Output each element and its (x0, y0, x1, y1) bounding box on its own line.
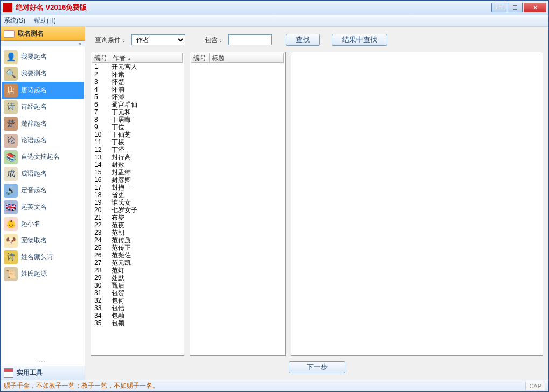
nav-icon: 🔊 (4, 184, 18, 198)
table-row[interactable]: 14封敖 (92, 161, 183, 169)
table-row[interactable]: 1开元宫人 (92, 63, 183, 71)
table-row[interactable]: 29处默 (92, 274, 183, 282)
titlebar: 绝对好名 V2016免费版 ─ ☐ ✕ (1, 1, 548, 15)
minimize-button[interactable]: ─ (491, 3, 506, 12)
sidebar-footer[interactable]: 实用工具 (1, 366, 85, 380)
nav-icon: 🇬🇧 (4, 200, 18, 214)
nav-icon: 唐 (4, 83, 18, 97)
col-id2[interactable]: 编号 (191, 53, 210, 62)
window-title: 绝对好名 V2016免费版 (16, 3, 490, 12)
table-row[interactable]: 27范元凯 (92, 259, 183, 267)
nav-icon: 论 (4, 134, 18, 148)
statusbar: 赐子千金，不如教子一艺；教子一艺，不如赐子一名。 CAP (1, 380, 548, 391)
nav-item-9[interactable]: 🇬🇧起英文名 (2, 199, 84, 215)
find-button[interactable]: 查找 (286, 34, 320, 46)
col-title[interactable]: 标题 (210, 53, 284, 62)
nav-item-5[interactable]: 论论语起名 (2, 132, 84, 149)
table-row[interactable]: 26范尧佐 (92, 251, 183, 259)
table-row[interactable]: 32包何 (92, 297, 183, 304)
table-row[interactable]: 7丁元和 (92, 108, 183, 116)
nav-icon: 👤 (4, 50, 18, 64)
table-row[interactable]: 19谁氏女 (92, 199, 183, 206)
table-row[interactable]: 9丁位 (92, 123, 183, 131)
authors-header[interactable]: 编号 作者 (92, 53, 183, 63)
nav-item-0[interactable]: 👤我要起名 (2, 48, 84, 65)
nav-item-3[interactable]: 诗诗经起名 (2, 99, 84, 115)
content-panel (291, 52, 543, 356)
nav-icon: 👶 (4, 217, 18, 231)
table-row[interactable]: 6蜀宫群仙 (92, 101, 183, 108)
table-row[interactable]: 18省吏 (92, 191, 183, 199)
table-row[interactable]: 25范传正 (92, 244, 183, 251)
maximize-button[interactable]: ☐ (508, 3, 523, 12)
table-row[interactable]: 3怀楚 (92, 78, 183, 86)
nav-item-1[interactable]: 🔍我要测名 (2, 65, 84, 82)
content-area[interactable] (293, 53, 541, 354)
sidebar: 取名测名 « 👤我要起名🔍我要测名唐唐诗起名诗诗经起名楚楚辞起名论论语起名📚自选… (1, 27, 85, 380)
table-row[interactable]: 31包贺 (92, 289, 183, 297)
table-row[interactable]: 10丁仙芝 (92, 131, 183, 138)
mail-icon (4, 30, 15, 38)
app-icon (3, 3, 12, 12)
nav-item-11[interactable]: 🐶宠物取名 (2, 232, 84, 249)
sidebar-collapse[interactable]: « (1, 41, 85, 46)
col-id[interactable]: 编号 (92, 53, 110, 62)
nav-item-7[interactable]: 成成语起名 (2, 165, 84, 182)
titles-header[interactable]: 编号 标题 (191, 53, 284, 63)
nav-icon: 楚 (4, 117, 18, 131)
titles-panel: 编号 标题 (190, 52, 286, 356)
main-area: 查询条件： 作者 包含： 查找 结果中查找 编号 作者 1开元 (85, 27, 548, 380)
table-row[interactable]: 20七岁女子 (92, 206, 183, 214)
menubar: 系统(S) 帮助(H) (1, 15, 548, 27)
table-row[interactable]: 30甄后 (92, 282, 183, 289)
next-button[interactable]: 下一步 (289, 361, 345, 373)
nav-item-6[interactable]: 📚自选文摘起名 (2, 149, 84, 165)
table-row[interactable]: 34包融 (92, 312, 183, 319)
table-row[interactable]: 33包佶 (92, 304, 183, 312)
table-row[interactable]: 24范传质 (92, 236, 183, 244)
status-text: 赐子千金，不如教子一艺；教子一艺，不如赐子一名。 (4, 381, 159, 390)
table-row[interactable]: 17封抱一 (92, 184, 183, 191)
condition-select[interactable]: 作者 (131, 34, 185, 45)
table-row[interactable]: 8丁居晦 (92, 116, 183, 123)
nav-item-4[interactable]: 楚楚辞起名 (2, 115, 84, 132)
nav-item-8[interactable]: 🔊定音起名 (2, 182, 84, 199)
cap-indicator: CAP (525, 382, 545, 390)
menu-help[interactable]: 帮助(H) (34, 16, 56, 25)
nav-icon: 🐶 (4, 234, 18, 248)
nav-icon: 诗 (4, 250, 18, 264)
nav-item-12[interactable]: 诗姓名藏头诗 (2, 249, 84, 265)
nav-item-10[interactable]: 👶起小名 (2, 215, 84, 232)
nav-icon: 成 (4, 167, 18, 181)
table-row[interactable]: 5怀濬 (92, 93, 183, 101)
table-row[interactable]: 2怀素 (92, 71, 183, 78)
table-row[interactable]: 15封孟绅 (92, 169, 183, 176)
close-button[interactable]: ✕ (524, 3, 546, 12)
table-row[interactable]: 35包颖 (92, 319, 183, 327)
col-author[interactable]: 作者 (110, 53, 183, 62)
table-row[interactable]: 21布燮 (92, 214, 183, 221)
table-row[interactable]: 28范灯 (92, 267, 183, 274)
contains-input[interactable] (228, 34, 272, 45)
nav-icon: 📜 (4, 267, 18, 281)
find-in-results-button[interactable]: 结果中查找 (332, 34, 387, 46)
sidebar-grip[interactable]: ∙∙∙∙∙ (1, 358, 85, 366)
table-row[interactable]: 16封彦卿 (92, 176, 183, 184)
table-row[interactable]: 12丁泽 (92, 146, 183, 153)
sidebar-header[interactable]: 取名测名 (1, 27, 85, 41)
table-row[interactable]: 13封行高 (92, 153, 183, 161)
condition-label: 查询条件： (95, 36, 127, 45)
table-row[interactable]: 23范朝 (92, 229, 183, 236)
table-row[interactable]: 4怀浦 (92, 86, 183, 93)
nav-icon: 诗 (4, 100, 18, 114)
menu-system[interactable]: 系统(S) (4, 16, 25, 25)
nav-icon: 📚 (4, 150, 18, 164)
nav-item-2[interactable]: 唐唐诗起名 (2, 82, 84, 99)
table-row[interactable]: 11丁棱 (92, 138, 183, 146)
authors-grid[interactable]: 1开元宫人2怀素3怀楚4怀浦5怀濬6蜀宫群仙7丁元和8丁居晦9丁位10丁仙芝11… (92, 63, 183, 354)
nav-item-13[interactable]: 📜姓氏起源 (2, 265, 84, 282)
search-bar: 查询条件： 作者 包含： 查找 结果中查找 (91, 32, 543, 47)
table-row[interactable]: 22范夜 (92, 221, 183, 229)
nav-icon: 🔍 (4, 67, 18, 81)
titles-grid[interactable] (191, 63, 284, 354)
